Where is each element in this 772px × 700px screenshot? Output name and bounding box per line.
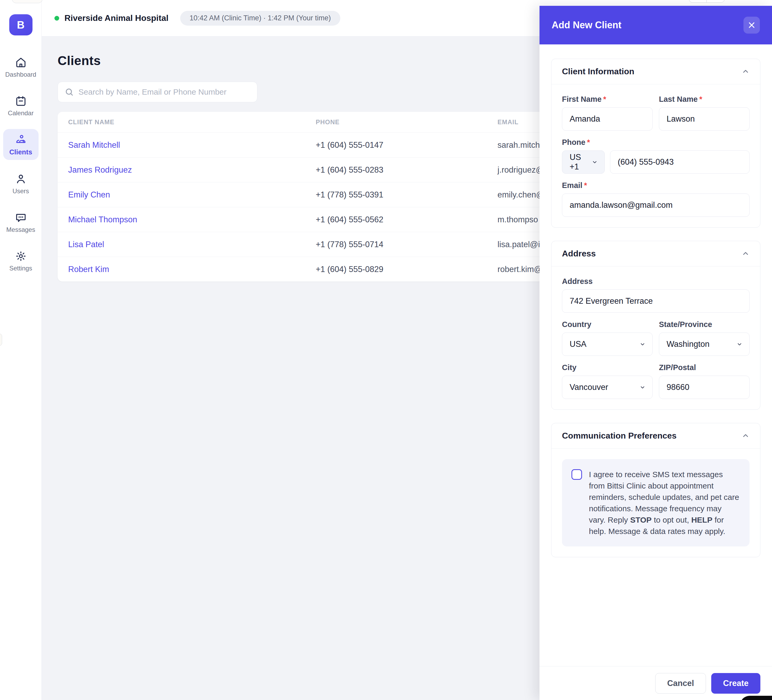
country-code-select[interactable]: US +1 xyxy=(562,151,605,174)
sidebar-item-label: Dashboard xyxy=(5,71,36,78)
communication-preferences-header[interactable]: Communication Preferences xyxy=(551,423,760,449)
first-name-field[interactable] xyxy=(562,107,653,131)
clients-icon xyxy=(15,134,27,145)
online-status-dot xyxy=(54,16,59,21)
sidebar-item-label: Calendar xyxy=(8,110,34,117)
sidebar-item-label: Settings xyxy=(9,265,32,272)
add-new-client-panel: Add New Client Client Information First … xyxy=(540,6,772,700)
sidebar-item-clients[interactable]: Clients xyxy=(3,129,39,160)
search-input[interactable] xyxy=(79,87,250,97)
section-title: Communication Preferences xyxy=(562,431,677,441)
city-select[interactable]: Vancouver xyxy=(562,375,653,399)
gear-icon xyxy=(15,250,27,262)
sidebar-item-messages[interactable]: Messages xyxy=(3,207,39,237)
client-phone: +1 (604) 555-0829 xyxy=(305,265,487,274)
sidebar: B Dashboard Calendar Clients xyxy=(0,0,42,700)
chevron-up-icon xyxy=(742,432,749,440)
message-icon xyxy=(15,212,27,223)
sidebar-item-label: Users xyxy=(12,187,29,195)
client-phone: +1 (604) 555-0283 xyxy=(305,165,487,175)
cancel-button[interactable]: Cancel xyxy=(655,673,706,693)
sms-consent-box: I agree to receive SMS text messages fro… xyxy=(562,459,749,546)
table-row[interactable]: Lisa Patel +1 (778) 555-0714 lisa.patel@… xyxy=(57,232,565,257)
client-information-section: Client Information First Name* Last Name… xyxy=(551,59,761,228)
close-button[interactable] xyxy=(743,16,760,34)
client-search xyxy=(57,82,257,102)
country-code-value: US +1 xyxy=(570,152,588,172)
last-name-label: Last Name* xyxy=(659,95,749,103)
app-logo[interactable]: B xyxy=(9,14,33,35)
client-name-link[interactable]: Emily Chen xyxy=(57,190,305,200)
client-information-header[interactable]: Client Information xyxy=(551,59,760,84)
table-row[interactable]: James Rodriguez +1 (604) 555-0283 j.rodr… xyxy=(57,157,565,182)
clients-table: CLIENT NAME PHONE EMAIL Sarah Mitchell +… xyxy=(57,112,565,282)
close-icon xyxy=(748,21,756,29)
chevron-down-icon xyxy=(736,341,743,348)
table-header-row: CLIENT NAME PHONE EMAIL xyxy=(57,112,565,133)
client-name-link[interactable]: James Rodriguez xyxy=(57,165,305,175)
address-section: Address Address Country USA xyxy=(551,241,761,410)
search-icon xyxy=(65,87,74,97)
section-title: Client Information xyxy=(562,67,635,76)
email-field[interactable] xyxy=(562,193,749,217)
client-phone: +1 (604) 555-0147 xyxy=(305,140,487,150)
chevron-up-icon xyxy=(742,250,749,258)
section-title: Address xyxy=(562,249,596,259)
sms-consent-text: I agree to receive SMS text messages fro… xyxy=(589,469,740,537)
chevron-up-icon xyxy=(742,68,749,75)
required-marker: * xyxy=(603,95,606,103)
table-row[interactable]: Michael Thompson +1 (604) 555-0562 m.tho… xyxy=(57,207,565,232)
client-name-link[interactable]: Sarah Mitchell xyxy=(57,140,305,150)
client-phone: +1 (604) 555-0562 xyxy=(305,215,487,225)
table-row[interactable]: Robert Kim +1 (604) 555-0829 robert.kim@ xyxy=(57,257,565,282)
sidebar-item-settings[interactable]: Settings xyxy=(3,246,39,276)
sidebar-item-label: Messages xyxy=(7,226,35,233)
sidebar-item-dashboard[interactable]: Dashboard xyxy=(3,52,39,82)
panel-footer: Cancel Create xyxy=(540,666,772,700)
last-name-field[interactable] xyxy=(659,107,749,131)
clinic-time-badge: 10:42 AM (Clinic Time) · 1:42 PM (Your t… xyxy=(180,11,340,26)
zip-field[interactable] xyxy=(659,375,749,399)
required-marker: * xyxy=(587,138,590,146)
chevron-down-icon xyxy=(639,341,646,348)
city-label: City xyxy=(562,363,653,372)
partial-cropped-segmented-control[interactable] xyxy=(689,0,725,3)
communication-preferences-section: Communication Preferences I agree to rec… xyxy=(551,423,761,557)
email-label: Email* xyxy=(562,181,749,190)
required-marker: * xyxy=(699,95,702,103)
country-value: USA xyxy=(570,339,587,349)
calendar-icon xyxy=(15,95,27,107)
sms-consent-checkbox[interactable] xyxy=(571,469,582,480)
phone-field[interactable] xyxy=(610,151,749,174)
partial-cropped-card-left-edge xyxy=(0,334,2,346)
chevron-down-icon xyxy=(639,384,646,391)
client-phone: +1 (778) 555-0391 xyxy=(305,190,487,200)
table-row[interactable]: Sarah Mitchell +1 (604) 555-0147 sarah.m… xyxy=(57,133,565,157)
home-icon xyxy=(15,57,27,68)
client-name-link[interactable]: Michael Thompson xyxy=(57,215,305,225)
country-select[interactable]: USA xyxy=(562,333,653,356)
required-marker: * xyxy=(584,181,587,190)
table-row[interactable]: Emily Chen +1 (778) 555-0391 emily.chen@ xyxy=(57,182,565,207)
client-name-link[interactable]: Lisa Patel xyxy=(57,240,305,249)
address-header[interactable]: Address xyxy=(551,241,760,266)
panel-header: Add New Client xyxy=(540,6,772,44)
user-icon xyxy=(15,173,27,185)
sidebar-item-users[interactable]: Users xyxy=(3,169,39,198)
column-header-client-name: CLIENT NAME xyxy=(57,118,305,126)
client-name-link[interactable]: Robert Kim xyxy=(57,265,305,274)
clinic-name: Riverside Animal Hospital xyxy=(64,13,168,23)
client-phone: +1 (778) 555-0714 xyxy=(305,240,487,249)
city-value: Vancouver xyxy=(570,382,608,392)
state-select[interactable]: Washington xyxy=(659,333,749,356)
sidebar-item-calendar[interactable]: Calendar xyxy=(3,90,39,121)
chevron-down-icon xyxy=(591,159,598,166)
state-label: State/Province xyxy=(659,320,749,329)
country-label: Country xyxy=(562,320,653,329)
create-button[interactable]: Create xyxy=(711,673,761,693)
panel-title: Add New Client xyxy=(552,20,622,31)
column-header-phone: PHONE xyxy=(305,118,487,126)
phone-label: Phone* xyxy=(562,138,749,147)
first-name-label: First Name* xyxy=(562,95,653,103)
address-field[interactable] xyxy=(562,290,749,313)
